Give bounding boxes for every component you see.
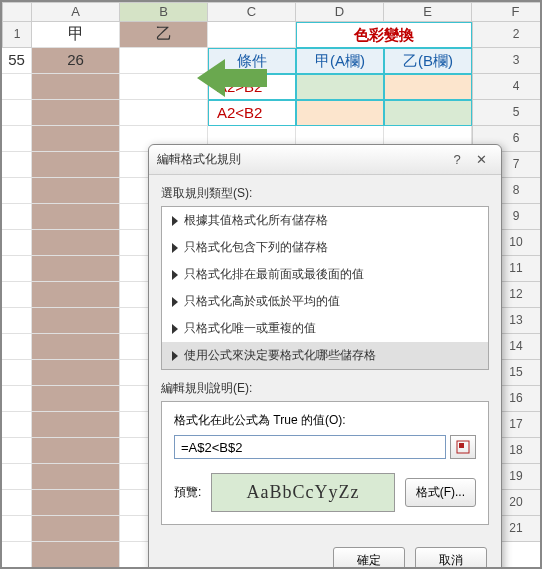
rule-desc-label: 編輯規則說明(E): [161,380,489,397]
cell[interactable] [32,542,120,568]
rule-type-label: 只格式化唯一或重複的值 [184,320,316,337]
cell[interactable] [32,412,120,438]
cell[interactable] [2,178,32,204]
triangle-icon [172,351,178,361]
triangle-icon [172,297,178,307]
col-C[interactable]: C [208,2,296,22]
rule-type-item[interactable]: 使用公式來決定要格式化哪些儲存格 [162,342,488,369]
cell[interactable]: 甲 [32,22,120,48]
cell[interactable] [2,100,32,126]
ok-button[interactable]: 確定 [333,547,405,569]
cell[interactable] [2,74,32,100]
cell[interactable]: 26 [32,48,120,74]
rule-type-list[interactable]: 根據其值格式化所有儲存格只格式化包含下列的儲存格只格式化排在最前面或最後面的值只… [161,206,489,370]
cell[interactable] [120,100,208,126]
close-icon[interactable]: ✕ [469,152,493,167]
cell[interactable] [296,74,384,100]
cancel-button[interactable]: 取消 [415,547,487,569]
col-D[interactable]: D [296,2,384,22]
cell[interactable] [32,308,120,334]
cell[interactable] [32,490,120,516]
range-selector-button[interactable] [450,435,476,459]
cell[interactable] [120,74,208,100]
triangle-icon [172,243,178,253]
cell[interactable] [32,74,120,100]
cell[interactable] [2,230,32,256]
cell[interactable] [32,100,120,126]
svg-marker-0 [197,59,267,97]
rule-type-item[interactable]: 只格式化排在最前面或最後面的值 [162,261,488,288]
cell[interactable]: 乙 [120,22,208,48]
dialog-title: 編輯格式化規則 [157,151,445,168]
column-headers: A B C D E F [2,2,540,22]
rule-type-label: 只格式化排在最前面或最後面的值 [184,266,364,283]
cell[interactable] [2,438,32,464]
cell[interactable] [32,230,120,256]
cell[interactable]: A2<B2 [208,100,296,126]
cell[interactable] [32,178,120,204]
rule-type-item[interactable]: 只格式化唯一或重複的值 [162,315,488,342]
cell[interactable] [2,360,32,386]
cell[interactable] [32,360,120,386]
cell[interactable] [2,308,32,334]
row-header[interactable]: 5 [472,100,542,126]
cell[interactable] [296,100,384,126]
edit-format-rule-dialog: 編輯格式化規則 ? ✕ 選取規則類型(S): 根據其值格式化所有儲存格只格式化包… [148,144,502,569]
triangle-icon [172,324,178,334]
cell[interactable] [2,334,32,360]
cell[interactable] [32,334,120,360]
row-header[interactable]: 4 [472,74,542,100]
row-header[interactable]: 2 [472,22,542,48]
help-icon[interactable]: ? [445,152,469,167]
col-E[interactable]: E [384,2,472,22]
col-F[interactable]: F [472,2,542,22]
rule-type-label: 只格式化包含下列的儲存格 [184,239,328,256]
select-all-corner[interactable] [2,2,32,22]
cell[interactable] [32,438,120,464]
cell[interactable] [32,204,120,230]
cell[interactable] [2,464,32,490]
cell[interactable] [2,490,32,516]
rule-type-item[interactable]: 只格式化高於或低於平均的值 [162,288,488,315]
row-header[interactable]: 3 [472,48,542,74]
cell[interactable]: 色彩變換 [296,22,472,48]
cell[interactable] [32,516,120,542]
format-button[interactable]: 格式(F)... [405,478,476,507]
cell[interactable] [2,126,32,152]
cell[interactable] [2,204,32,230]
cell[interactable] [2,282,32,308]
cell[interactable] [2,542,32,568]
cell[interactable] [120,48,208,74]
cell[interactable] [384,100,472,126]
cell[interactable] [208,22,296,48]
cell[interactable] [32,464,120,490]
triangle-icon [172,270,178,280]
cell[interactable] [2,516,32,542]
cell[interactable]: 55 [2,48,32,74]
cell[interactable] [32,282,120,308]
row-header[interactable]: 1 [2,22,32,48]
cell[interactable] [32,152,120,178]
arrow-icon [197,57,267,99]
dialog-titlebar: 編輯格式化規則 ? ✕ [149,145,501,175]
cell[interactable]: 乙(B欄) [384,48,472,74]
preview-label: 預覽: [174,484,201,501]
rule-type-item[interactable]: 根據其值格式化所有儲存格 [162,207,488,234]
cell[interactable] [32,126,120,152]
rule-type-label: 選取規則類型(S): [161,185,489,202]
cell[interactable] [32,256,120,282]
formula-label: 格式化在此公式為 True 的值(O): [174,412,476,429]
cell[interactable] [2,386,32,412]
rule-type-item[interactable]: 只格式化包含下列的儲存格 [162,234,488,261]
cell[interactable] [384,74,472,100]
cell[interactable] [2,152,32,178]
triangle-icon [172,216,178,226]
cell[interactable] [2,412,32,438]
cell[interactable] [32,386,120,412]
cell[interactable] [2,256,32,282]
col-A[interactable]: A [32,2,120,22]
cell[interactable]: 甲(A欄) [296,48,384,74]
rule-edit-box: 格式化在此公式為 True 的值(O): 預覽: AaBbCcYyZz 格式(F… [161,401,489,525]
col-B[interactable]: B [120,2,208,22]
formula-input[interactable] [174,435,446,459]
